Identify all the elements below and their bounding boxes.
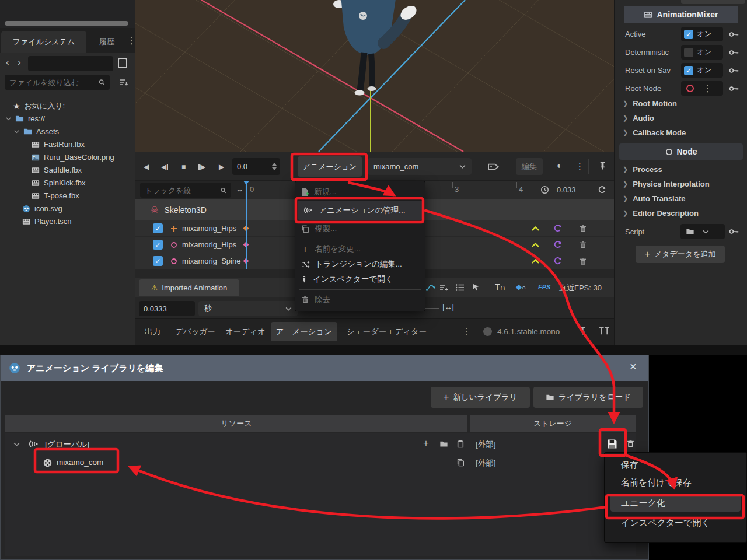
pin-bottom-icon[interactable] bbox=[579, 327, 587, 335]
loop-mode-icon[interactable] bbox=[553, 240, 562, 249]
bottom-tab-output[interactable]: 出力 bbox=[145, 327, 160, 337]
wrap-chevron-icon[interactable] bbox=[531, 242, 540, 248]
trash-icon[interactable] bbox=[626, 439, 635, 448]
track-enabled-checkbox[interactable]: ✓ bbox=[153, 256, 163, 266]
track-enabled-checkbox[interactable]: ✓ bbox=[153, 240, 163, 250]
library-row-animation[interactable]: mixamo_com [外部] bbox=[5, 453, 636, 472]
play-button[interactable]: ▶ bbox=[219, 163, 224, 171]
tree-item-file[interactable]: T-pose.fbx bbox=[32, 191, 79, 200]
current-animation-dropdown[interactable]: mixamo_com bbox=[368, 158, 472, 175]
paste-animation-icon[interactable] bbox=[456, 439, 465, 448]
bottom-panel-menu-icon[interactable]: ⋮ bbox=[462, 326, 471, 337]
tree-item-file[interactable]: icon.svg bbox=[22, 204, 62, 213]
load-library-button[interactable]: ライブラリをロード bbox=[533, 387, 643, 408]
checkbox-unchecked[interactable] bbox=[684, 48, 693, 57]
tree-item-file[interactable]: FastRun.fbx bbox=[32, 140, 85, 149]
trash-icon[interactable] bbox=[579, 257, 587, 265]
bottom-tab-debugger[interactable]: デバッガー bbox=[175, 327, 215, 337]
animation-menu-button[interactable]: アニメーション bbox=[298, 156, 362, 177]
copy-animation-icon[interactable] bbox=[456, 458, 465, 467]
node-section-header[interactable]: Node bbox=[619, 144, 743, 160]
tree-item-file[interactable]: SpinKick.fbx bbox=[32, 178, 86, 187]
time-spinbox[interactable] bbox=[232, 158, 280, 175]
menu-item-edit-transitions[interactable]: トランジションの編集... bbox=[295, 257, 425, 272]
snap-input[interactable] bbox=[144, 304, 190, 313]
filter-files-box[interactable] bbox=[5, 75, 110, 90]
menu-item-make-unique[interactable]: ユニーク化 bbox=[610, 494, 741, 512]
group-tracks-icon[interactable] bbox=[455, 284, 465, 292]
chevron-down-icon[interactable] bbox=[6, 117, 11, 121]
menu-item-rename[interactable]: I名前を変更... bbox=[295, 242, 425, 257]
load-animation-folder-icon[interactable] bbox=[439, 440, 448, 448]
group-callback-mode[interactable]: ❯Callback Mode bbox=[623, 128, 686, 137]
tree-item-res[interactable]: res:// bbox=[6, 114, 45, 123]
group-root-motion[interactable]: ❯Root Motion bbox=[623, 99, 677, 108]
onion-options-icon[interactable]: ⋮ bbox=[575, 161, 584, 172]
menu-item-save-as[interactable]: 名前を付けて保存 bbox=[605, 474, 746, 491]
seconds-mode-icon[interactable]: T∩ bbox=[495, 282, 506, 292]
chevron-down-icon[interactable] bbox=[703, 230, 709, 234]
path-field[interactable] bbox=[28, 56, 113, 71]
edit-button[interactable]: 編集 bbox=[516, 158, 543, 175]
playhead-line[interactable] bbox=[246, 182, 247, 270]
expand-bottom-panel-icon[interactable] bbox=[599, 327, 610, 335]
inspector-node-header[interactable]: AnimationMixer bbox=[624, 6, 738, 23]
tree-item-file[interactable]: SadIdle.fbx bbox=[32, 166, 82, 174]
tab-history[interactable]: 履歴 bbox=[89, 31, 125, 52]
snap-spinbox[interactable] bbox=[139, 301, 195, 316]
bottom-tab-shader[interactable]: シェーダーエディター bbox=[347, 327, 427, 337]
prop-value-deterministic[interactable]: オン bbox=[681, 45, 723, 60]
loop-icon[interactable] bbox=[598, 186, 606, 194]
fps-snap-icon[interactable]: ◆∩ bbox=[516, 282, 526, 291]
key-icon[interactable] bbox=[729, 50, 739, 55]
nav-back-icon[interactable]: ‹ bbox=[6, 57, 9, 68]
pan-timeline-icon[interactable]: ↔ bbox=[236, 185, 243, 194]
checkbox-checked[interactable]: ✓ bbox=[684, 30, 693, 39]
menu-item-manage-animations[interactable]: アニメーションの管理... bbox=[298, 201, 423, 220]
chevron-down-icon[interactable] bbox=[14, 130, 19, 134]
spinner-arrows-icon[interactable] bbox=[272, 163, 277, 170]
tag-icon[interactable] bbox=[488, 162, 500, 172]
zoom-fit-icon[interactable]: |↔| bbox=[442, 303, 454, 312]
prop-value-script[interactable] bbox=[680, 224, 725, 239]
group-process[interactable]: ❯Process bbox=[623, 165, 662, 174]
snap-clock-icon[interactable] bbox=[540, 186, 549, 194]
load-script-folder-icon[interactable] bbox=[686, 228, 694, 236]
loop-mode-icon[interactable] bbox=[553, 257, 562, 265]
wrap-chevron-icon[interactable] bbox=[531, 258, 540, 264]
menu-item-save[interactable]: 保存 bbox=[605, 456, 746, 474]
key-icon[interactable] bbox=[729, 68, 739, 74]
menu-item-remove[interactable]: 除去 bbox=[295, 292, 425, 307]
bezier-edit-icon[interactable] bbox=[426, 284, 435, 291]
file-sort-icon[interactable] bbox=[118, 78, 128, 87]
node-path-options-icon[interactable]: ⋮ bbox=[703, 83, 712, 94]
version-label[interactable]: 4.6.1.stable.mono bbox=[497, 327, 560, 336]
viewport-3d[interactable] bbox=[135, 0, 614, 152]
checkbox-checked[interactable]: ✓ bbox=[684, 66, 693, 75]
step-back-button[interactable]: ◀ bbox=[161, 163, 168, 171]
menu-item-duplicate[interactable]: 複製... bbox=[295, 221, 425, 236]
dialog-close-icon[interactable]: × bbox=[630, 360, 637, 373]
key-icon[interactable] bbox=[729, 86, 739, 92]
sort-tracks-icon[interactable] bbox=[439, 283, 448, 292]
trash-icon[interactable] bbox=[579, 241, 587, 249]
menu-item-open-in-inspector[interactable]: インスペクターで開く bbox=[295, 272, 425, 287]
snap-unit-dropdown[interactable]: 秒 bbox=[198, 301, 298, 316]
chevron-down-icon[interactable] bbox=[13, 442, 20, 446]
tree-item-file[interactable]: Ruru_BaseColor.png bbox=[32, 153, 114, 162]
fps-mode-icon[interactable]: FPS bbox=[538, 284, 550, 290]
tree-item-assets[interactable]: Assets bbox=[14, 127, 59, 136]
playhead-marker[interactable] bbox=[243, 181, 249, 185]
onion-skinning-icon[interactable]: ◐ bbox=[557, 160, 563, 171]
menu-item-open-in-inspector[interactable]: インスペクターで開く bbox=[605, 514, 746, 531]
menu-item-new[interactable]: 新規... bbox=[295, 184, 425, 200]
imported-animation-badge[interactable]: ⚠ Imported Animation bbox=[139, 279, 239, 296]
nav-forward-icon[interactable]: › bbox=[18, 57, 21, 68]
add-animation-icon[interactable]: + bbox=[423, 438, 429, 449]
prop-value-active[interactable]: ✓ オン bbox=[681, 27, 723, 41]
tree-item-file[interactable]: Player.tscn bbox=[22, 217, 72, 226]
group-auto-translate[interactable]: ❯Auto Translate bbox=[623, 194, 686, 203]
horizontal-scrollbar[interactable] bbox=[5, 21, 128, 26]
stop-button[interactable]: ■ bbox=[181, 163, 186, 171]
pin-icon[interactable] bbox=[599, 162, 606, 170]
